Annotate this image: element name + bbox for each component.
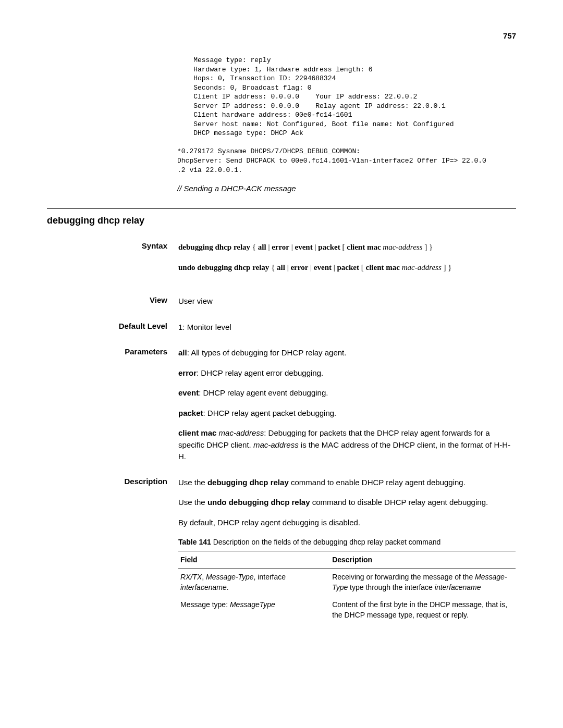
code-comment: // Sending a DHCP-ACK message (177, 184, 516, 193)
parameters-content: all: All types of debugging for DHCP rel… (178, 347, 516, 476)
label-description: Description (47, 476, 178, 638)
col-description: Description (330, 551, 516, 569)
cmd: undo debugging dhcp relay (178, 263, 269, 272)
label-parameters: Parameters (47, 347, 178, 476)
divider (47, 208, 516, 209)
table-row: RX/TX, Message-Type, interface interface… (178, 569, 516, 597)
label-default-level: Default Level (47, 321, 178, 347)
code-block: Message type: reply Hardware type: 1, Ha… (177, 56, 516, 175)
label-view: View (47, 295, 178, 321)
desc-cell: Receiving or forwarding the message of t… (330, 569, 516, 597)
layout-table: Syntax debugging dhcp relay { all | erro… (47, 241, 516, 638)
field-cell: Message type: MessageType (178, 597, 330, 624)
default-level-content: 1: Monitor level (178, 321, 516, 347)
page-number: 757 (47, 31, 516, 40)
table-caption: Table 141 Description on the fields of t… (178, 537, 516, 548)
description-content: Use the debugging dhcp relay command to … (178, 476, 516, 638)
label-syntax: Syntax (47, 241, 178, 295)
table-row: Message type: MessageType Content of the… (178, 597, 516, 624)
col-field: Field (178, 551, 330, 569)
field-cell: RX/TX, Message-Type, interface interface… (178, 569, 330, 597)
cmd: debugging dhcp relay (178, 243, 250, 251)
view-content: User view (178, 295, 516, 321)
desc-cell: Content of the first byte in the DHCP me… (330, 597, 516, 624)
page: 757 Message type: reply Hardware type: 1… (0, 0, 563, 669)
section-title: debugging dhcp relay (47, 215, 516, 226)
fields-table: Field Description RX/TX, Message-Type, i… (178, 551, 516, 624)
syntax-content: debugging dhcp relay { all | error | eve… (178, 241, 516, 295)
